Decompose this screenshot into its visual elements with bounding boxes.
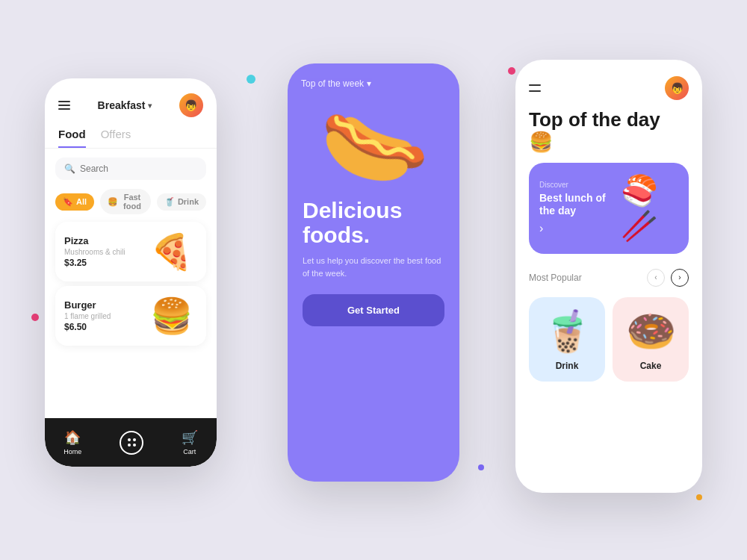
food-item-burger[interactable]: Burger 1 flame grilled $6.50 🍔 xyxy=(55,286,206,346)
p3-food-grid: 🧋 Drink 🍩 Cake xyxy=(515,293,702,382)
nav-arrows: ‹ › xyxy=(647,269,689,287)
p3-card-text: Discover Best lunch of the day › xyxy=(539,181,621,235)
food-item-pizza[interactable]: Pizza Mushrooms & chili $3.25 🍕 xyxy=(55,222,206,281)
filter-drink[interactable]: 🥤 Drink xyxy=(157,193,206,211)
nav-home[interactable]: 🏠 Home xyxy=(63,429,81,455)
most-popular-label: Most Popular xyxy=(529,273,582,283)
burger-info: Burger 1 flame grilled $6.50 xyxy=(64,299,111,332)
search-bar[interactable]: 🔍 xyxy=(55,158,206,180)
tab-offers[interactable]: Offers xyxy=(101,128,131,148)
avatar[interactable]: 👦 xyxy=(179,93,203,117)
drink-image: 🧋 xyxy=(542,308,592,355)
sushi-image: 🍣🥢 xyxy=(621,173,678,243)
filter-all[interactable]: 🔖 All xyxy=(55,193,94,211)
phone1: Breakfast ▾ 👦 Food Offers 🔍 🔖 All 🍔 Fast… xyxy=(45,78,217,467)
card-title: Best lunch of the day xyxy=(539,192,621,217)
home-icon: 🏠 xyxy=(64,429,81,446)
p3-hero-area: Top of the day 🍔 xyxy=(515,109,702,154)
deco-dot-teal xyxy=(247,75,255,84)
week-label: Top of the week ▾ xyxy=(301,78,371,89)
fastfood-icon: 🍔 xyxy=(108,197,118,207)
filter-icon: 🔖 xyxy=(63,197,73,207)
p3-header: 👦 xyxy=(515,60,702,109)
pizza-price: $3.25 xyxy=(64,258,125,268)
cart-icon: 🛒 xyxy=(182,429,198,446)
burger-desc: 1 flame grilled xyxy=(64,312,111,320)
pizza-image: 🍕 xyxy=(145,229,197,274)
discover-label: Discover xyxy=(539,181,621,189)
dots-menu-icon xyxy=(120,431,143,455)
menu-icon[interactable] xyxy=(58,101,70,110)
p1-title: Breakfast xyxy=(98,99,146,111)
prev-arrow-button[interactable]: ‹ xyxy=(647,269,665,287)
drink-label: Drink xyxy=(556,361,579,371)
filter-fastfood[interactable]: 🍔 Fast food xyxy=(100,189,151,214)
menu-icon-p3[interactable] xyxy=(529,84,541,92)
p3-discover-card[interactable]: Discover Best lunch of the day › 🍣🥢 xyxy=(529,163,689,254)
burger-name: Burger xyxy=(64,299,111,311)
nav-cart[interactable]: 🛒 Cart xyxy=(182,429,198,455)
pizza-desc: Mushrooms & chili xyxy=(64,248,125,256)
burger-image: 🍔 xyxy=(145,293,197,338)
pizza-info: Pizza Mushrooms & chili $3.25 xyxy=(64,235,125,268)
food-card-cake[interactable]: 🍩 Cake xyxy=(613,297,689,382)
most-popular-header: Most Popular ‹ › xyxy=(515,263,702,293)
cake-label: Cake xyxy=(640,361,662,371)
p1-tabs: Food Offers xyxy=(45,125,217,149)
hotdog-emoji: 🌭 xyxy=(314,92,434,198)
p3-main-title: Top of the day 🍔 xyxy=(529,109,689,154)
drink-icon: 🥤 xyxy=(164,197,175,207)
bottom-nav: 🏠 Home 🛒 Cart xyxy=(45,418,217,467)
chevron-down-icon[interactable]: ▾ xyxy=(148,102,152,110)
p2-content: Delicious foods. Let us help you discove… xyxy=(288,186,459,326)
deco-dot-pink xyxy=(31,314,39,321)
pizza-name: Pizza xyxy=(64,235,125,246)
get-started-button[interactable]: Get Started xyxy=(303,294,444,326)
phone3: 👦 Top of the day 🍔 Discover Best lunch o… xyxy=(515,60,702,493)
food-card-drink[interactable]: 🧋 Drink xyxy=(529,297,605,382)
hotdog-image: 🌭 xyxy=(288,96,459,186)
deco-dot-purple xyxy=(478,464,484,470)
search-icon: 🔍 xyxy=(64,164,75,174)
next-arrow-button[interactable]: › xyxy=(671,269,689,287)
tab-food[interactable]: Food xyxy=(58,128,86,148)
deco-dot-pink2 xyxy=(508,67,515,75)
nav-menu[interactable] xyxy=(120,431,143,455)
chevron-down-icon: ▾ xyxy=(367,78,371,89)
burger-price: $6.50 xyxy=(64,322,111,332)
p1-header: Breakfast ▾ 👦 xyxy=(45,78,217,125)
p1-title-area: Breakfast ▾ xyxy=(98,99,152,111)
p2-description: Let us help you discover the best food o… xyxy=(303,255,444,279)
arrow-right-icon: › xyxy=(539,222,621,235)
p2-hero-title: Delicious foods. xyxy=(303,198,444,247)
phone2: Top of the week ▾ 🌭 Delicious foods. Let… xyxy=(288,63,459,482)
p2-header: Top of the week ▾ xyxy=(288,63,459,96)
filter-row: 🔖 All 🍔 Fast food 🥤 Drink xyxy=(45,189,217,214)
search-input[interactable] xyxy=(80,164,197,174)
deco-dot-yellow xyxy=(696,494,702,500)
avatar-p3[interactable]: 👦 xyxy=(665,76,689,100)
donut-image: 🍩 xyxy=(626,308,676,355)
